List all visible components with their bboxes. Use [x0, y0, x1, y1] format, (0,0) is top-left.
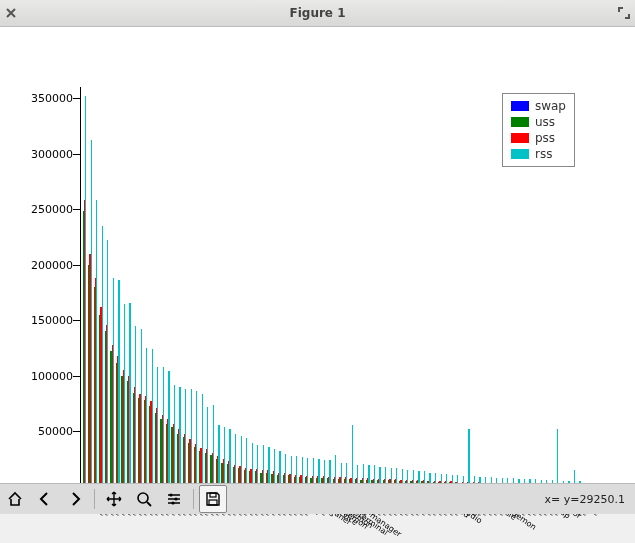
toolbar-back-button[interactable]: [31, 485, 59, 513]
ytick: [73, 376, 81, 377]
bar-rss: [96, 200, 97, 487]
chart-legend: swap uss pss rss: [502, 93, 575, 167]
bar-rss: [91, 140, 92, 487]
ytick: [73, 154, 81, 155]
toolbar-separator: [94, 489, 95, 509]
bar-rss: [102, 226, 103, 487]
legend-item-pss: pss: [511, 130, 566, 146]
legend-item-rss: rss: [511, 146, 566, 162]
toolbar-zoom-button[interactable]: [130, 485, 158, 513]
close-icon[interactable]: [0, 2, 22, 24]
ytick-label: 300000: [31, 147, 73, 160]
ytick: [73, 209, 81, 210]
legend-swatch-pss: [511, 133, 529, 143]
bar-rss: [185, 389, 186, 487]
ytick-label: 350000: [31, 92, 73, 105]
bar-rss: [468, 429, 469, 487]
ytick: [73, 320, 81, 321]
bar-rss: [107, 240, 108, 487]
bar-rss: [557, 429, 558, 487]
bar-rss: [85, 96, 86, 487]
chart-axes: swap uss pss rss 05000010000015000020000…: [80, 87, 581, 488]
legend-label: pss: [535, 130, 555, 146]
legend-swatch-uss: [511, 117, 529, 127]
window-title: Figure 1: [0, 6, 635, 20]
legend-label: uss: [535, 114, 555, 130]
legend-label: rss: [535, 146, 552, 162]
bar-rss: [257, 445, 258, 487]
ytick: [73, 265, 81, 266]
toolbar-separator: [193, 489, 194, 509]
bar-rss: [174, 385, 175, 487]
toolbar-pan-button[interactable]: [100, 485, 128, 513]
bar-rss: [129, 303, 130, 487]
bar-rss: [157, 367, 158, 487]
bar-rss: [246, 438, 247, 487]
ytick-label: 200000: [31, 258, 73, 271]
bar-rss: [285, 454, 286, 487]
bar-rss: [135, 326, 136, 487]
bar-rss: [252, 443, 253, 487]
toolbar-save-button[interactable]: [199, 485, 227, 513]
bar-rss: [279, 451, 280, 487]
bar-rss: [179, 387, 180, 487]
bar-rss: [113, 278, 114, 487]
bar-rss: [146, 348, 147, 487]
ytick: [73, 98, 81, 99]
ytick-label: 250000: [31, 203, 73, 216]
figure-canvas: swap uss pss rss 05000010000015000020000…: [0, 27, 635, 514]
svg-point-1: [169, 493, 172, 496]
bar-rss: [191, 389, 192, 487]
bar-rss: [124, 304, 125, 487]
window-titlebar: Figure 1: [0, 0, 635, 27]
ytick-label: 50000: [38, 425, 73, 438]
bar-rss: [241, 436, 242, 487]
bar-rss: [196, 391, 197, 487]
bar-rss: [268, 447, 269, 487]
bar-rss: [202, 394, 203, 487]
bar-rss: [263, 445, 264, 487]
ytick: [73, 431, 81, 432]
legend-label: swap: [535, 98, 566, 114]
svg-rect-5: [209, 500, 217, 505]
maximize-icon[interactable]: [613, 2, 635, 24]
bar-rss: [224, 427, 225, 487]
svg-point-3: [171, 501, 174, 504]
toolbar-coordinates: x= y=29250.1: [545, 493, 625, 506]
bar-rss: [168, 371, 169, 487]
toolbar-home-button[interactable]: [1, 485, 29, 513]
svg-point-0: [138, 493, 148, 503]
toolbar-forward-button[interactable]: [61, 485, 89, 513]
matplotlib-toolbar: x= y=29250.1: [0, 483, 635, 514]
bar-rss: [352, 425, 353, 487]
ytick-label: 150000: [31, 314, 73, 327]
bar-rss: [213, 405, 214, 487]
bar-rss: [274, 449, 275, 487]
legend-swatch-swap: [511, 101, 529, 111]
svg-point-2: [174, 497, 177, 500]
bar-rss: [218, 425, 219, 487]
bar-rss: [207, 407, 208, 487]
bar-rss: [235, 434, 236, 487]
legend-item-swap: swap: [511, 98, 566, 114]
ytick-label: 100000: [31, 369, 73, 382]
legend-swatch-rss: [511, 149, 529, 159]
bar-rss: [118, 280, 119, 487]
bar-rss: [152, 349, 153, 487]
toolbar-configure-button[interactable]: [160, 485, 188, 513]
legend-item-uss: uss: [511, 114, 566, 130]
bar-rss: [229, 429, 230, 487]
bar-rss: [141, 329, 142, 487]
bar-rss: [163, 367, 164, 487]
